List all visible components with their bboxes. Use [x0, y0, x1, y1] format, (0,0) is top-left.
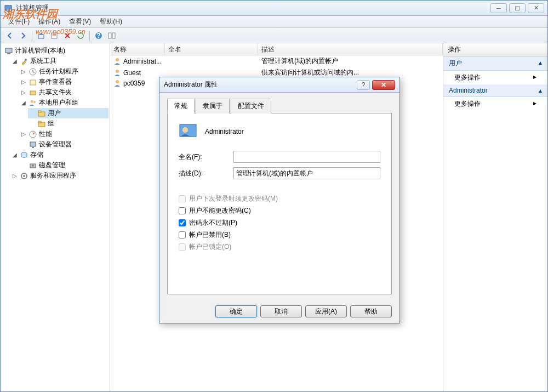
- cannot-change-checkbox[interactable]: [179, 207, 186, 214]
- check-never-expire[interactable]: 密码永不过期(P): [179, 218, 380, 228]
- tree-label: 存储: [30, 150, 43, 160]
- col-fullname[interactable]: 全名: [165, 43, 258, 55]
- check-disabled[interactable]: 帐户已禁用(B): [179, 230, 380, 240]
- expand-icon[interactable]: ▷: [20, 89, 27, 95]
- tab-member[interactable]: 隶属于: [196, 99, 230, 113]
- svg-rect-8: [109, 33, 111, 38]
- dialog-titlebar[interactable]: Administrator 属性 ? ✕: [159, 77, 399, 93]
- check-cannot-change[interactable]: 用户不能更改密码(C): [179, 206, 380, 215]
- minimize-button[interactable]: ─: [490, 3, 507, 13]
- up-button[interactable]: [35, 30, 47, 42]
- must-change-checkbox: [179, 195, 186, 202]
- disabled-checkbox[interactable]: [179, 231, 186, 238]
- tree-task-scheduler[interactable]: ▷ 任务计划程序: [19, 66, 109, 77]
- titlebar: 计算机管理 ─ ▢ ✕: [1, 1, 547, 16]
- expand-icon[interactable]: ▷: [20, 131, 27, 137]
- collapse-icon[interactable]: ◢: [12, 152, 18, 158]
- menu-view[interactable]: 查看(V): [65, 16, 95, 27]
- desc-input[interactable]: [233, 167, 380, 179]
- refresh-icon[interactable]: [75, 30, 87, 42]
- action-more-1[interactable]: 更多操作▸: [443, 71, 547, 84]
- tree-label: 共享文件夹: [39, 88, 72, 97]
- svg-rect-10: [5, 48, 12, 53]
- fullname-input[interactable]: [233, 151, 380, 163]
- user-icon: [113, 69, 121, 77]
- ok-button[interactable]: 确定: [215, 305, 257, 317]
- delete-icon[interactable]: [61, 30, 73, 42]
- tree-pane[interactable]: 计算机管理(本地) ◢ 系统工具 ▷ 任务计划程序 ▷: [1, 43, 110, 391]
- dialog-help-button[interactable]: ?: [357, 80, 370, 90]
- tree-label: 本地用户和组: [39, 98, 78, 107]
- tree-device-manager[interactable]: 设备管理器: [19, 139, 109, 150]
- svg-point-32: [116, 80, 119, 83]
- list-row[interactable]: Administrat... 管理计算机(域)的内置帐户: [110, 55, 443, 67]
- cell-name: Administrat...: [123, 58, 162, 65]
- cell-fullname: [165, 56, 258, 66]
- col-desc[interactable]: 描述: [258, 43, 443, 55]
- svg-rect-1: [7, 11, 10, 12]
- never-expire-checkbox[interactable]: [179, 219, 186, 226]
- properties-dialog: Administrator 属性 ? ✕ 常规 隶属于 配置文件 Adminis…: [159, 77, 400, 323]
- expand-icon[interactable]: ▷: [20, 69, 27, 75]
- help-icon[interactable]: ?: [93, 30, 105, 42]
- apply-button[interactable]: 应用(A): [305, 305, 347, 317]
- svg-point-16: [31, 100, 33, 103]
- tab-profile[interactable]: 配置文件: [231, 99, 271, 113]
- tree-disk-mgmt[interactable]: 磁盘管理: [19, 160, 109, 171]
- cell-desc: 管理计算机(域)的内置帐户: [258, 56, 443, 66]
- tree-root[interactable]: 计算机管理(本地): [2, 46, 109, 56]
- help-button[interactable]: 帮助: [350, 305, 392, 317]
- action-more-2[interactable]: 更多操作▸: [443, 97, 547, 111]
- close-button[interactable]: ✕: [528, 3, 544, 13]
- menu-file[interactable]: 文件(F): [4, 16, 34, 27]
- tree-label: 任务计划程序: [39, 67, 78, 76]
- computer-icon: [4, 47, 13, 55]
- dialog-close-button[interactable]: ✕: [372, 80, 395, 90]
- collapse-icon[interactable]: ◢: [20, 100, 27, 106]
- tree-label: 服务和应用程序: [30, 171, 76, 180]
- action-section-users[interactable]: 用户▴: [443, 56, 547, 71]
- expand-icon[interactable]: ▷: [12, 173, 18, 179]
- tree-storage[interactable]: ◢ 存储: [10, 150, 109, 160]
- svg-text:?: ?: [96, 32, 100, 39]
- tree-system-tools[interactable]: ◢ 系统工具: [10, 56, 109, 66]
- folder-icon: [37, 109, 46, 118]
- tree-shared-folders[interactable]: ▷ 共享文件夹: [19, 87, 109, 98]
- tree-groups[interactable]: 组: [28, 118, 109, 129]
- event-icon: [28, 78, 37, 87]
- tree-label: 组: [48, 119, 54, 128]
- tree-event-viewer[interactable]: ▷ 事件查看器: [19, 77, 109, 87]
- tree-label: 磁盘管理: [39, 161, 65, 170]
- svg-rect-19: [38, 111, 41, 112]
- svg-rect-23: [30, 142, 36, 146]
- folder-icon: [37, 120, 46, 128]
- tree-services-apps[interactable]: ▷ 服务和应用程序: [10, 171, 109, 181]
- menu-help[interactable]: 帮助(H): [95, 16, 127, 27]
- tab-general[interactable]: 常规: [167, 99, 195, 113]
- col-name[interactable]: 名称: [110, 43, 165, 55]
- maximize-button[interactable]: ▢: [509, 3, 526, 13]
- expand-icon[interactable]: ▷: [20, 79, 27, 85]
- svg-rect-11: [7, 53, 10, 54]
- collapse-icon[interactable]: ◢: [12, 58, 18, 64]
- action-section-admin[interactable]: Administrator▴: [443, 84, 547, 97]
- menu-action[interactable]: 操作(A): [34, 16, 65, 27]
- tree-local-users[interactable]: ◢ 本地用户和组: [19, 98, 109, 108]
- clock-icon: [28, 67, 37, 76]
- show-hide-icon[interactable]: [106, 30, 118, 42]
- tree-performance[interactable]: ▷ 性能: [19, 129, 109, 139]
- tree-label: 系统工具: [30, 56, 56, 66]
- cancel-button[interactable]: 取消: [260, 305, 302, 317]
- chevron-right-icon: ▸: [533, 73, 536, 82]
- tree-root-label: 计算机管理(本地): [15, 46, 65, 55]
- svg-rect-33: [180, 124, 196, 137]
- collapse-icon: ▴: [539, 87, 542, 94]
- forward-button[interactable]: [17, 30, 29, 42]
- properties-icon[interactable]: [48, 30, 60, 42]
- svg-point-34: [182, 127, 188, 133]
- back-button[interactable]: [4, 30, 16, 42]
- check-locked: 帐户已锁定(O): [179, 242, 380, 252]
- tree-users[interactable]: 用户: [28, 108, 109, 118]
- dialog-buttons: 确定 取消 应用(A) 帮助: [159, 300, 399, 323]
- cell-name: Guest: [123, 69, 141, 77]
